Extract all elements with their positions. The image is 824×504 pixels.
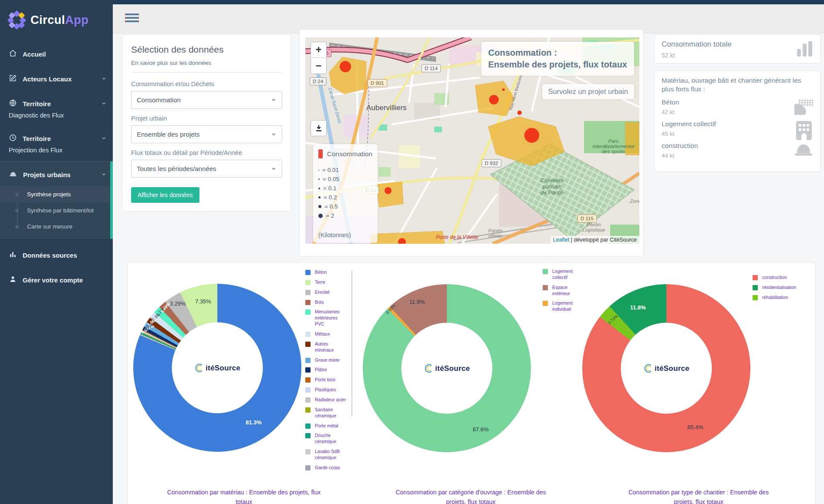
charts-panel: itéSource 81.3%0.677%0.967%1.06%1.3%1.37… [127,262,816,504]
sidebar-item-projets-urbains[interactable]: Projets urbains [0,161,113,185]
chart-title-chantier: Consommation par type de chantier : Ense… [620,488,777,504]
legend-item[interactable]: Radiateur acier [305,397,352,403]
donut-chart-ouvrage[interactable]: itéSource 87.6%0.56%11.9% [363,284,531,452]
legend-item[interactable]: Béton [305,269,352,276]
legend-item[interactable]: Plastiques [305,387,352,393]
sidebar-item-donnees-sources[interactable]: Données sources [0,243,113,268]
total-consumption-title: Consommation totale [662,40,814,49]
legend-swatch [305,280,311,285]
legend-swatch [305,358,311,363]
slice-percentage-label: 7.35% [195,298,211,305]
chevron-down-icon [271,131,277,137]
submenu-item-synthese-projets[interactable]: Synthèse projets [0,186,113,202]
citesource-watermark: itéSource [655,364,689,373]
submenu-item-synthese-batiment-lot[interactable]: Synthèse par bâtiment/lot [0,202,113,218]
legend-item[interactable]: Lavabo SdB céramique [305,449,352,461]
legend-item[interactable]: Espace extérieur [543,285,591,297]
legend-item[interactable]: Logement collectif [543,269,591,281]
legend-swatch [753,295,758,300]
size-dot-icon [318,214,323,218]
consommation-dechets-select[interactable]: Consommation [131,91,282,109]
legend-item[interactable]: Porte métal [305,423,352,429]
legend-item[interactable]: Plâtre [305,367,352,373]
donut-chart-materiau[interactable]: itéSource 81.3%0.677%0.967%1.06%1.3%1.37… [133,284,301,452]
size-legend-row: = 2 [318,211,372,220]
legend-swatch [305,367,311,373]
legend-item[interactable]: Enrobé [305,289,352,296]
map-place-label: Pantin villette [488,228,503,239]
map-title-overlay: Consommation : Ensemble des projets, flu… [481,42,634,76]
legend-scrollbar[interactable] [351,270,352,417]
legend-item[interactable]: Douche céramique [305,433,352,445]
sidebar-item-territoire-diagnostic[interactable]: Territoire Diagnostic des Flux [0,91,113,126]
size-legend-row: = 0.2 [318,193,372,202]
road-badge: D 901 [368,79,387,87]
legend-chantier: constructionrésidentialisationréhabilita… [753,275,809,305]
learn-more-link[interactable]: En savoir plus sur les données [131,60,282,66]
legend-swatch [305,397,311,403]
map-place-label: Parc interdépartemental des sports [588,138,639,154]
legend-item[interactable]: Sanitaire céramique [305,407,352,419]
legend-item[interactable]: Bois [305,299,352,306]
chevron-down-icon [271,97,277,103]
legend-item[interactable]: résidentialisation [753,285,809,291]
road-badge: D 114 [422,64,441,72]
periode-select[interactable]: Toutes les périodes/années [131,160,282,178]
slice-percentage-label: 0.56% [385,303,397,315]
citesource-logo-icon [643,363,654,373]
legend-item[interactable]: construction [753,275,809,281]
data-selection-panel: Sélection des données En savoir plus sur… [122,34,291,212]
map-canvas[interactable]: A 86D 24D 901D 114D 932D 31D 115 Aubervi… [305,37,639,244]
chevron-down-icon [271,166,277,171]
zoom-out-button[interactable]: − [311,58,326,74]
legend-item[interactable]: réhabilitation [753,295,809,301]
logo-diamonds-icon [8,11,25,29]
legend-item[interactable]: Porte bois [305,377,352,383]
road-badge: D 24 [310,77,326,85]
chevron-down-icon [101,75,107,83]
legend-swatch [753,285,758,290]
concrete-icon [794,98,814,118]
flow-item-beton: Béton 42 kt [662,98,814,115]
field-label-flux: Flux totaux ou détail par Période/Année [131,149,282,156]
legend-swatch [305,270,311,275]
legend-item[interactable]: Logement individuel [543,300,591,312]
projet-urbain-select[interactable]: Ensemble des projets [131,125,282,143]
map-place-label: Zone [630,198,639,204]
legend-item[interactable]: Garde corps [305,465,352,471]
legend-swatch [753,275,758,280]
legend-item[interactable]: Menuiseries extérieures PVC [305,309,352,327]
legend-swatch [543,269,548,274]
legend-swatch [305,423,311,429]
sidebar-item-gerer-compte[interactable]: Gérer votre compte [0,268,113,292]
submenu-item-carte-sur-mesure[interactable]: Carte sur mesure [0,218,113,235]
map-zoom-control: + − [311,42,327,74]
legend-swatch [305,465,311,470]
map-place-label: Pantin Logistique [582,222,605,232]
size-dot-icon [318,170,319,171]
legend-swatch [305,332,311,337]
legend-swatch [305,433,311,438]
sidebar-item-territoire-projection[interactable]: Territoire Projection des Flux [0,126,113,161]
size-legend-row: = 0.1 [318,184,372,193]
legend-item[interactable]: Grave mixte [305,357,352,363]
slice-percentage-label: 11.8% [630,304,646,311]
legend-item[interactable]: Métaux [305,331,352,337]
donut-chart-chantier[interactable]: itéSource 85.4%2.72%11.8% [582,284,750,452]
legend-swatch [305,449,311,454]
road-badge: D 932 [482,159,501,167]
zoom-in-button[interactable]: + [311,42,326,58]
map-download-button[interactable] [311,120,327,136]
legend-item[interactable]: Autres minéraux [305,341,352,353]
legend-item[interactable]: Terre [305,279,352,286]
map-place-label: Cimetière parisien de Pantin [540,178,564,196]
hamburger-menu-icon[interactable] [125,13,139,24]
citesource-watermark: itéSource [435,364,470,373]
sidebar-item-accueil[interactable]: Accueil [0,42,113,67]
size-dot-icon [318,196,321,198]
sidebar-item-acteurs-locaux[interactable]: Acteurs Locaux [0,67,113,91]
app-logo[interactable]: CirculApp [0,0,113,37]
leaflet-link[interactable]: Leaflet [553,237,570,243]
building-icon [794,120,814,143]
afficher-donnees-button[interactable]: Afficher les données [131,187,199,203]
